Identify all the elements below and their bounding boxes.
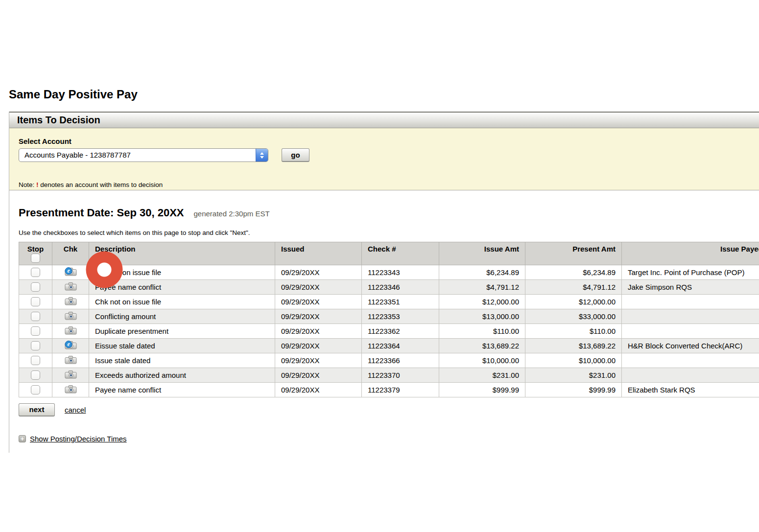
camera-icon[interactable]: [65, 297, 77, 305]
page-title: Same Day Positive Pay: [9, 88, 138, 101]
stop-checkbox[interactable]: [31, 268, 40, 277]
table-header-row: Stop Chk Description Issued Check # Issu…: [19, 242, 759, 265]
items-to-decision-section: Items To Decision Select Account Account…: [9, 112, 759, 453]
description-cell: Chk not on issue file: [89, 265, 275, 280]
present-amount-cell: $12,000.00: [525, 295, 622, 309]
present-amount-cell: $10,000.00: [525, 353, 622, 368]
camera-icon[interactable]: [65, 370, 77, 379]
issue-amount-cell: $12,000.00: [439, 295, 525, 309]
check-number-cell: 11223346: [362, 280, 439, 295]
actions-row: nextcancel: [19, 403, 86, 417]
table-row: Duplicate presentment09/29/20XX11223362$…: [19, 324, 759, 339]
chk-cell: [52, 309, 89, 324]
description-cell: Exceeds authorized amount: [89, 368, 275, 383]
check-number-cell: 11223370: [362, 368, 439, 383]
go-button[interactable]: go: [282, 148, 309, 162]
issued-cell: 09/29/20XX: [275, 383, 362, 397]
expand-plus-icon[interactable]: +: [19, 435, 26, 442]
stop-cell: [19, 383, 52, 397]
cancel-link[interactable]: cancel: [65, 406, 86, 414]
items-table-body: eChk not on issue file09/29/20XX11223343…: [19, 265, 759, 397]
items-table-wrap: Stop Chk Description Issued Check # Issu…: [19, 242, 759, 397]
stop-checkbox[interactable]: [31, 282, 40, 292]
stop-cell: [19, 265, 52, 280]
stop-checkbox[interactable]: [31, 312, 40, 321]
issue-payee-cell: Jake Simpson RQS: [622, 280, 759, 295]
issue-payee-cell: Elizabeth Stark RQS: [622, 383, 759, 397]
section-header: Items To Decision: [9, 112, 759, 128]
present-amount-cell: $33,000.00: [525, 309, 622, 324]
description-cell: Conflicting amount: [89, 309, 275, 324]
issue-amount-cell: $110.00: [439, 324, 525, 339]
select-account-panel: Select Account Accounts Payable - 123878…: [9, 128, 759, 190]
col-header-description: Description: [89, 242, 275, 265]
stop-cell: [19, 368, 52, 383]
stop-checkbox[interactable]: [31, 297, 40, 306]
issued-cell: 09/29/20XX: [275, 295, 362, 309]
issue-payee-cell: [622, 368, 759, 383]
account-select[interactable]: Accounts Payable - 1238787787: [19, 148, 268, 162]
select-account-label: Select Account: [19, 137, 71, 145]
present-amount-cell: $110.00: [525, 324, 622, 339]
camera-icon[interactable]: [65, 355, 77, 364]
camera-icon[interactable]: [65, 282, 77, 291]
issue-payee-cell: [622, 295, 759, 309]
chk-cell: [52, 368, 89, 383]
camera-icon[interactable]: [65, 311, 77, 320]
table-row: Issue stale dated09/29/20XX11223366$10,0…: [19, 353, 759, 368]
stop-checkbox[interactable]: [31, 356, 40, 365]
stop-cell: [19, 324, 52, 339]
issue-payee-cell: [622, 353, 759, 368]
echeck-camera-icon[interactable]: e: [65, 341, 77, 349]
present-amount-cell: $13,689.22: [525, 339, 622, 353]
issue-amount-cell: $13,000.00: [439, 309, 525, 324]
table-row: Exceeds authorized amount09/29/20XX11223…: [19, 368, 759, 383]
show-posting-decision-times-link[interactable]: Show Posting/Decision Times: [30, 435, 127, 443]
col-header-present-amt: Present Amt: [525, 242, 622, 265]
page: Same Day Positive Pay Items To Decision …: [0, 0, 759, 532]
issued-cell: 09/29/20XX: [275, 368, 362, 383]
col-header-issue-payee: Issue Payee: [622, 242, 759, 265]
stop-cell: [19, 280, 52, 295]
col-header-chk: Chk: [52, 242, 89, 265]
stop-checkbox[interactable]: [31, 341, 40, 350]
present-amount-cell: $4,791.12: [525, 280, 622, 295]
issue-amount-cell: $10,000.00: [439, 353, 525, 368]
table-row: eEissue stale dated09/29/20XX11223364$13…: [19, 339, 759, 353]
presentment-date-heading: Presentment Date: Sep 30, 20XXgenerated …: [19, 207, 270, 219]
check-number-cell: 11223364: [362, 339, 439, 353]
col-header-issued: Issued: [275, 242, 362, 265]
select-all-checkbox[interactable]: [31, 254, 40, 263]
issued-cell: 09/29/20XX: [275, 324, 362, 339]
stop-checkbox[interactable]: [31, 326, 40, 336]
camera-icon[interactable]: [65, 385, 77, 393]
stop-cell: [19, 295, 52, 309]
issue-payee-cell: H&R Block Converted Check(ARC): [622, 339, 759, 353]
instructions-text: Use the checkboxes to select which items…: [19, 229, 250, 236]
issue-amount-cell: $13,689.22: [439, 339, 525, 353]
issued-cell: 09/29/20XX: [275, 280, 362, 295]
stop-cell: [19, 353, 52, 368]
chk-cell: [52, 324, 89, 339]
issue-amount-cell: $999.99: [439, 383, 525, 397]
issued-cell: 09/29/20XX: [275, 265, 362, 280]
description-cell: Payee name conflict: [89, 280, 275, 295]
stop-checkbox[interactable]: [31, 370, 40, 380]
camera-icon[interactable]: [65, 326, 77, 335]
check-number-cell: 11223366: [362, 353, 439, 368]
description-cell: Duplicate presentment: [89, 324, 275, 339]
account-select-value: Accounts Payable - 1238787787: [24, 151, 131, 159]
issued-cell: 09/29/20XX: [275, 353, 362, 368]
description-cell: Eissue stale dated: [89, 339, 275, 353]
issued-cell: 09/29/20XX: [275, 309, 362, 324]
next-button[interactable]: next: [19, 403, 55, 416]
check-number-cell: 11223362: [362, 324, 439, 339]
echeck-camera-icon[interactable]: e: [65, 267, 77, 276]
select-stepper-icon[interactable]: [256, 149, 268, 162]
chevron-up-icon: [260, 152, 264, 155]
col-header-check-no: Check #: [362, 242, 439, 265]
generated-timestamp: generated 2:30pm EST: [193, 209, 269, 218]
stop-checkbox[interactable]: [31, 385, 40, 394]
chk-cell: e: [52, 339, 89, 353]
show-times-row: + Show Posting/Decision Times: [19, 435, 127, 443]
